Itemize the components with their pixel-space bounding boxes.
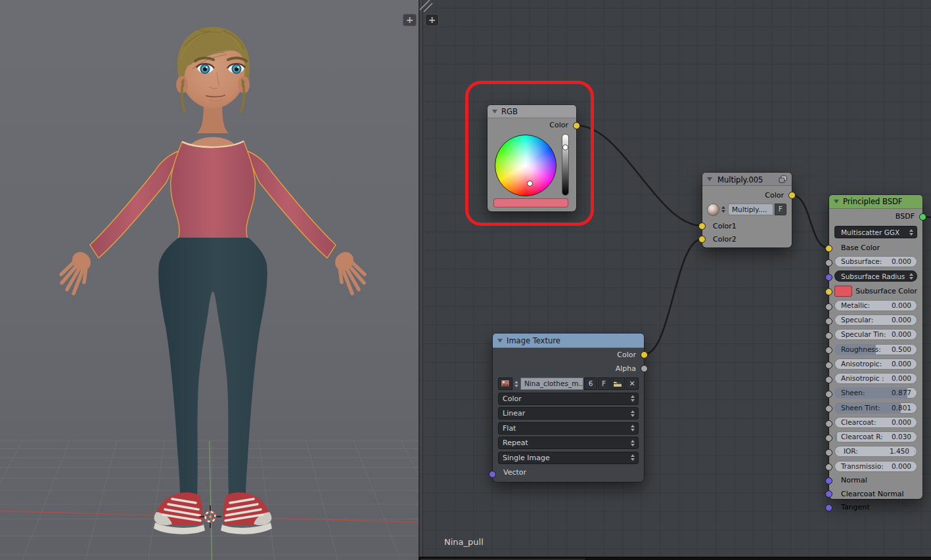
socket-clearcoat[interactable] bbox=[825, 420, 832, 427]
texture-option-dropdown-repeat[interactable]: Repeat bbox=[498, 437, 639, 449]
bsdf-row-transmissio: Transmissio:0.000 bbox=[829, 461, 922, 475]
socket-clearcoat-r[interactable] bbox=[825, 435, 832, 442]
socket-color-output[interactable] bbox=[641, 351, 648, 358]
node-principled-header[interactable]: Principled BSDF bbox=[829, 195, 922, 209]
slider-11[interactable]: Sheen Tint:0.801 bbox=[834, 402, 917, 414]
socket-subsurface[interactable] bbox=[825, 259, 832, 267]
dropdown-stepper-icon[interactable] bbox=[909, 229, 913, 236]
open-image-button[interactable] bbox=[610, 377, 625, 390]
image-users-count[interactable]: 6 bbox=[584, 377, 597, 390]
bsdf-row-roughness: Roughness:0.500 bbox=[829, 344, 922, 358]
texture-color-output-row: Color bbox=[493, 348, 644, 362]
viewport-3d[interactable] bbox=[0, 0, 419, 560]
node-principled-bsdf[interactable]: Principled BSDF BSDF Multiscatter GGX Ba… bbox=[829, 195, 922, 499]
socket-sheen[interactable] bbox=[825, 391, 832, 398]
input-label: Subsurface Color bbox=[852, 287, 917, 295]
bsdf-row-clearcoat: Clearcoat:0.000 bbox=[829, 417, 922, 431]
input-label: Tangent bbox=[834, 501, 917, 515]
texture-vector-input-row: Vector bbox=[493, 465, 644, 480]
bsdf-row-ior: ‹IOR:1.450› bbox=[829, 446, 922, 460]
copy-node-icon bbox=[779, 175, 787, 183]
dropdown-stepper-icon[interactable] bbox=[631, 395, 635, 402]
slider-15[interactable]: Transmissio:0.000 bbox=[834, 461, 917, 472]
dropdown-2[interactable]: Subsurface Radius bbox=[834, 270, 917, 282]
slider-10[interactable]: Sheen:0.877 bbox=[834, 387, 917, 398]
distribution-dropdown[interactable]: Multiscatter GGX bbox=[834, 226, 917, 238]
bsdf-output-row: BSDF bbox=[829, 209, 922, 224]
texture-option-dropdown-linear[interactable]: Linear bbox=[498, 407, 639, 420]
dropdown-stepper-icon[interactable] bbox=[631, 440, 635, 446]
area-corner-grip[interactable] bbox=[419, 0, 433, 13]
collapse-triangle-icon[interactable] bbox=[707, 177, 712, 181]
fake-user-button[interactable]: F bbox=[598, 377, 610, 390]
fake-user-button[interactable]: F bbox=[775, 204, 786, 215]
unlink-image-button[interactable]: ✕ bbox=[625, 377, 639, 390]
bsdf-row-normal: Normal bbox=[829, 474, 922, 488]
socket-normal[interactable] bbox=[825, 477, 832, 485]
blend-type-dropdown[interactable]: Multiply.... bbox=[728, 204, 773, 215]
socket-color-output[interactable] bbox=[788, 192, 796, 199]
image-name-field[interactable]: Nina_clothes_m... bbox=[520, 377, 583, 390]
bsdf-row-subsurface-color: Subsurface Color bbox=[829, 286, 922, 299]
socket-color1-input[interactable] bbox=[698, 223, 706, 230]
node-title: Image Texture bbox=[507, 336, 639, 345]
slider-9[interactable]: Anisotropic :0.000 bbox=[834, 373, 917, 384]
slider-4[interactable]: Metallic:0.000 bbox=[834, 300, 917, 311]
socket-base-color[interactable] bbox=[825, 245, 832, 252]
node-image-texture[interactable]: Image Texture Color Alpha Nina_clothes_m… bbox=[493, 334, 644, 482]
numfield-ior[interactable]: ‹IOR:1.450› bbox=[834, 446, 917, 457]
texture-option-dropdown-single-image[interactable]: Single Image bbox=[498, 452, 639, 464]
socket-clearcoat-normal[interactable] bbox=[825, 490, 832, 498]
slider-1[interactable]: Subsurface:0.000 bbox=[834, 256, 917, 267]
socket-ior[interactable] bbox=[825, 449, 832, 456]
dropdown-stepper-icon[interactable] bbox=[631, 454, 635, 461]
collapse-triangle-icon[interactable] bbox=[834, 200, 839, 204]
image-stepper[interactable] bbox=[513, 381, 520, 387]
bsdf-row-sheen: Sheen:0.877 bbox=[829, 387, 922, 401]
texture-option-dropdown-flat[interactable]: Flat bbox=[498, 422, 639, 435]
socket-subsurface-color[interactable] bbox=[825, 288, 832, 295]
socket-vector-input[interactable] bbox=[489, 471, 496, 478]
socket-subsurface-radius[interactable] bbox=[825, 274, 832, 281]
socket-specular-tin[interactable] bbox=[825, 332, 832, 339]
socket-color2-input[interactable] bbox=[698, 236, 706, 243]
slider-7[interactable]: Roughness:0.500 bbox=[834, 344, 917, 355]
viewport-expand-panel-button[interactable]: + bbox=[403, 14, 417, 26]
texture-option-dropdown-color[interactable]: Color bbox=[498, 393, 639, 405]
image-browse-button[interactable] bbox=[498, 377, 512, 390]
node-editor[interactable]: + RGB Color Multiply.005 Color Color1 Co… bbox=[423, 0, 931, 560]
socket-bsdf-output[interactable] bbox=[919, 213, 926, 221]
slider-12[interactable]: Clearcoat:0.000 bbox=[834, 417, 917, 428]
socket-anisotropic[interactable] bbox=[825, 362, 832, 369]
subsurface-color-swatch[interactable] bbox=[834, 286, 852, 297]
node-multiply-header[interactable] bbox=[702, 173, 792, 186]
output-label: BSDF bbox=[896, 212, 915, 221]
dropdown-stepper-icon[interactable] bbox=[631, 410, 635, 417]
node-title: Principled BSDF bbox=[843, 197, 918, 206]
node-image-texture-header[interactable]: Image Texture bbox=[493, 334, 644, 348]
blend-type-stepper[interactable] bbox=[720, 206, 727, 213]
output-label: Color bbox=[617, 351, 636, 359]
slider-6[interactable]: Specular Tin:0.000 bbox=[834, 329, 917, 340]
slider-13[interactable]: Clearcoat R:0.030 bbox=[834, 431, 917, 442]
socket-anisotropic[interactable] bbox=[825, 376, 832, 383]
area-divider[interactable] bbox=[419, 0, 423, 560]
socket-transmissio[interactable] bbox=[825, 463, 832, 471]
node-multiply[interactable]: Multiply.005 Color Color1 Color2 Multipl… bbox=[702, 173, 792, 248]
material-preview-sphere-icon bbox=[708, 204, 719, 215]
input-label: Clearcoat Normal bbox=[834, 488, 917, 502]
input-label: Vector bbox=[503, 468, 526, 477]
svg-text:Color1: Color1 bbox=[713, 222, 737, 230]
bsdf-row-anisotropic: Anisotropic :0.000 bbox=[829, 373, 922, 387]
socket-sheen-tint[interactable] bbox=[825, 405, 832, 412]
input-label: Base Color bbox=[834, 242, 917, 255]
socket-specular[interactable] bbox=[825, 318, 832, 325]
slider-8[interactable]: Anisotropic:0.000 bbox=[834, 358, 917, 370]
socket-metallic[interactable] bbox=[825, 303, 832, 311]
socket-tangent[interactable] bbox=[825, 504, 832, 511]
dropdown-stepper-icon[interactable] bbox=[631, 425, 635, 431]
collapse-triangle-icon[interactable] bbox=[497, 339, 503, 343]
socket-roughness[interactable] bbox=[825, 347, 832, 354]
slider-5[interactable]: Specular:0.000 bbox=[834, 314, 917, 326]
socket-alpha-output[interactable] bbox=[641, 365, 648, 372]
